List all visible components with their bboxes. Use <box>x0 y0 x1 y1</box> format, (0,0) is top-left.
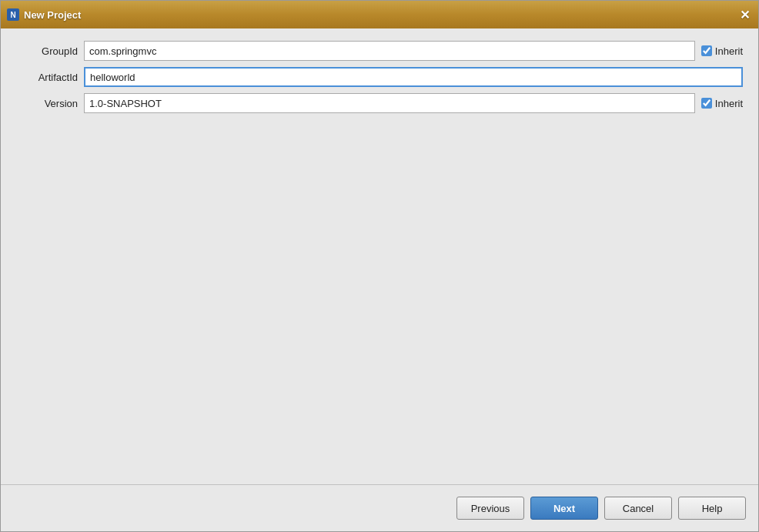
content-area: GroupId Inherit ArtifactId Version Inher… <box>1 28 758 484</box>
app-icon: N <box>7 8 19 21</box>
version-inherit-container: Inherit <box>701 98 743 109</box>
button-bar: Previous Next Cancel Help <box>1 485 758 531</box>
groupid-label: GroupId <box>16 45 78 57</box>
groupid-inherit-container: Inherit <box>701 45 743 57</box>
artifactid-label: ArtifactId <box>16 72 78 83</box>
groupid-inherit-label: Inherit <box>715 45 743 57</box>
title-bar: N New Project ✕ <box>1 1 758 28</box>
version-label: Version <box>16 98 78 109</box>
form-area: GroupId Inherit ArtifactId Version Inher… <box>16 41 743 113</box>
new-project-dialog: N New Project ✕ GroupId Inherit Artifact… <box>0 0 759 532</box>
groupid-row: GroupId Inherit <box>16 41 743 61</box>
version-row: Version Inherit <box>16 93 743 113</box>
help-button[interactable]: Help <box>678 497 746 520</box>
version-inherit-label: Inherit <box>715 98 743 109</box>
artifactid-input[interactable] <box>84 67 743 87</box>
next-button[interactable]: Next <box>530 497 598 520</box>
dialog-title: New Project <box>24 9 81 21</box>
cancel-button[interactable]: Cancel <box>604 497 672 520</box>
version-inherit-checkbox[interactable] <box>701 98 712 109</box>
groupid-inherit-checkbox[interactable] <box>701 45 712 56</box>
title-bar-left: N New Project <box>7 8 81 21</box>
close-button[interactable]: ✕ <box>737 7 752 22</box>
version-input[interactable] <box>84 93 695 113</box>
artifactid-row: ArtifactId <box>16 67 743 87</box>
previous-button[interactable]: Previous <box>456 497 524 520</box>
groupid-input[interactable] <box>84 41 695 61</box>
